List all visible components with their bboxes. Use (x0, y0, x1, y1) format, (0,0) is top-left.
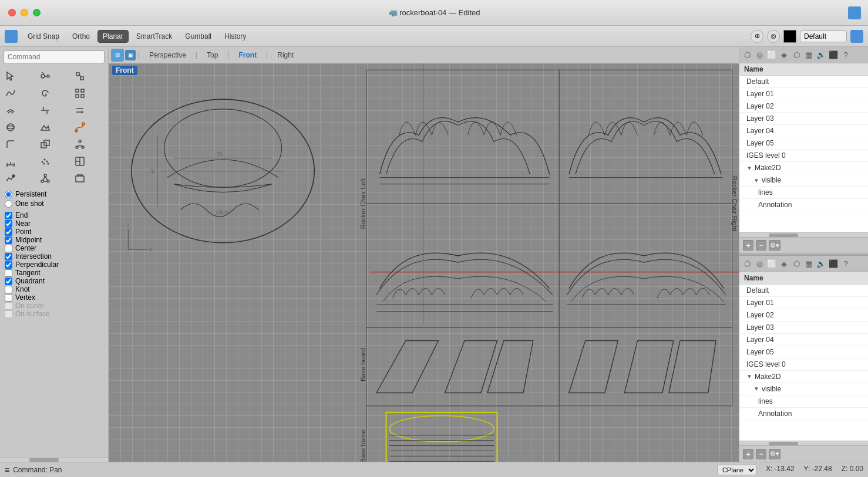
help-icon-b[interactable]: ? (840, 258, 851, 269)
maximize-button[interactable] (33, 9, 41, 16)
b-layer-03[interactable]: Layer 03 (739, 322, 868, 334)
right-panel-top-scrollbar[interactable] (739, 232, 868, 237)
network-tool[interactable] (37, 170, 53, 187)
snap-near[interactable]: Near (5, 219, 103, 228)
control-point-tool[interactable] (72, 136, 88, 153)
layer-selector[interactable]: Default (800, 31, 847, 42)
smarttrack-button[interactable]: SmartTrack (131, 30, 178, 43)
viewport-canvas[interactable]: Front (109, 63, 739, 462)
environment-icon[interactable]: ⬡ (791, 50, 802, 60)
snap-tangent[interactable]: Tangent (5, 269, 103, 277)
tab-perspective[interactable]: Perspective (142, 50, 193, 60)
b-layer-05[interactable]: Layer 05 (739, 346, 868, 358)
scrollbar-thumb[interactable] (29, 458, 59, 462)
gumball-button[interactable]: Gumball (180, 30, 217, 43)
scrollbar-thumb[interactable] (769, 234, 798, 237)
b-visible-layer[interactable]: ▼ visible (739, 383, 868, 395)
mesh-tool[interactable] (37, 119, 53, 136)
snap-point[interactable]: Point (5, 228, 103, 236)
render-icon[interactable]: 🔊 (816, 50, 826, 60)
layer-default[interactable]: Default (739, 76, 868, 88)
b-layer-04[interactable]: Layer 04 (739, 334, 868, 346)
layers-icon-b[interactable]: ⬡ (742, 258, 752, 269)
snap-knot[interactable]: Knot (5, 285, 103, 293)
snap-intersection[interactable]: Intersection (5, 252, 103, 261)
ortho-button[interactable]: Ortho (67, 30, 95, 43)
dimension-tool[interactable] (2, 153, 19, 170)
layout-tool[interactable] (72, 153, 88, 170)
snap-end[interactable]: End (5, 211, 103, 219)
boolean-tool[interactable] (37, 136, 53, 153)
display-icon[interactable]: ⬛ (828, 50, 839, 60)
snap-perpendicular[interactable]: Perpendicular (5, 261, 103, 269)
b-iges-level-0[interactable]: IGES level 0 (739, 358, 868, 371)
snap-quadrant[interactable]: Quadrant (5, 277, 103, 285)
snap-on-curve[interactable]: On curve (5, 302, 103, 310)
layer-settings-button[interactable]: ⚙▾ (769, 240, 780, 251)
target-button[interactable]: ◎ (767, 30, 780, 43)
snap-center[interactable]: Center (5, 244, 103, 252)
layer-03[interactable]: Layer 03 (739, 113, 868, 125)
sidebar-toggle-left[interactable] (5, 30, 18, 43)
select-tool[interactable] (2, 68, 19, 84)
b-layer-settings-button[interactable]: ⚙▾ (769, 449, 780, 459)
texture-icon-b[interactable]: ▦ (803, 258, 814, 269)
viewport-single-icon[interactable]: ▣ (125, 50, 136, 60)
material-icon[interactable]: ◈ (779, 50, 789, 60)
layer-05[interactable]: Layer 05 (739, 137, 868, 150)
sidebar-toggle-right[interactable] (848, 6, 861, 19)
help-icon[interactable]: ? (840, 50, 851, 60)
b-make2d-layer[interactable]: ▼ Make2D (739, 371, 868, 383)
b-remove-layer-button[interactable]: − (756, 449, 766, 459)
properties-icon-b[interactable]: ◎ (754, 258, 765, 269)
snap-vertex[interactable]: Vertex (5, 293, 103, 302)
object-icon[interactable]: ⬜ (766, 50, 777, 60)
display-icon-b[interactable]: ⬛ (828, 258, 839, 269)
render-icon-b[interactable]: 🔊 (816, 258, 826, 269)
tab-right[interactable]: Right (270, 50, 301, 60)
right-panel-bottom-scrollbar[interactable] (739, 441, 868, 445)
snap-on-surface[interactable]: On surface (5, 310, 103, 318)
select-chain-tool[interactable] (37, 68, 53, 84)
one-shot-radio[interactable]: One shot (5, 199, 103, 208)
layer-01[interactable]: Layer 01 (739, 88, 868, 100)
add-layer-button[interactable]: + (743, 240, 753, 251)
sphere-tool[interactable] (2, 119, 19, 136)
snap-midpoint[interactable]: Midpoint (5, 236, 103, 244)
environment-icon-b[interactable]: ⬡ (791, 258, 802, 269)
iges-level-0[interactable]: IGES level 0 (739, 150, 868, 162)
sidebar-toggle-right2[interactable] (850, 30, 863, 43)
array-tool[interactable] (72, 85, 88, 102)
layer-02[interactable]: Layer 02 (739, 100, 868, 113)
persistent-radio[interactable]: Persistent (5, 190, 103, 198)
scrollbar-thumb-b[interactable] (769, 442, 798, 445)
color-swatch[interactable] (783, 30, 796, 43)
make2d-layer[interactable]: ▼ Make2D (739, 162, 868, 174)
b-lines-layer[interactable]: lines (739, 395, 868, 408)
point-cloud-tool[interactable] (37, 153, 53, 170)
texture-icon[interactable]: ▦ (803, 50, 814, 60)
sidebar-scrollbar[interactable] (0, 457, 108, 462)
grid-snap-button[interactable]: Grid Snap (22, 30, 65, 43)
planar-button[interactable]: Planar (97, 30, 129, 43)
layer-04[interactable]: Layer 04 (739, 125, 868, 137)
fillet-tool[interactable] (2, 136, 19, 153)
b-layer-02[interactable]: Layer 02 (739, 309, 868, 322)
object-icon-b[interactable]: ⬜ (766, 258, 777, 269)
properties-icon[interactable]: ◎ (754, 50, 765, 60)
tab-top[interactable]: Top (200, 50, 225, 60)
extend-tool[interactable] (72, 102, 88, 119)
minimize-button[interactable] (21, 9, 28, 16)
remove-layer-button[interactable]: − (756, 240, 766, 251)
material-icon-b[interactable]: ◈ (779, 258, 789, 269)
history-button[interactable]: History (219, 30, 251, 43)
cplane-selector[interactable]: CPlane (717, 465, 756, 475)
offset-tool[interactable] (2, 102, 19, 119)
layers-icon[interactable]: ⬡ (742, 50, 752, 60)
named-view-tool[interactable] (72, 170, 88, 187)
lines-layer[interactable]: lines (739, 187, 868, 199)
command-input[interactable] (4, 50, 105, 63)
pipe-tool[interactable] (72, 119, 88, 136)
tab-front[interactable]: Front (231, 50, 264, 60)
b-layer-01[interactable]: Layer 01 (739, 297, 868, 309)
